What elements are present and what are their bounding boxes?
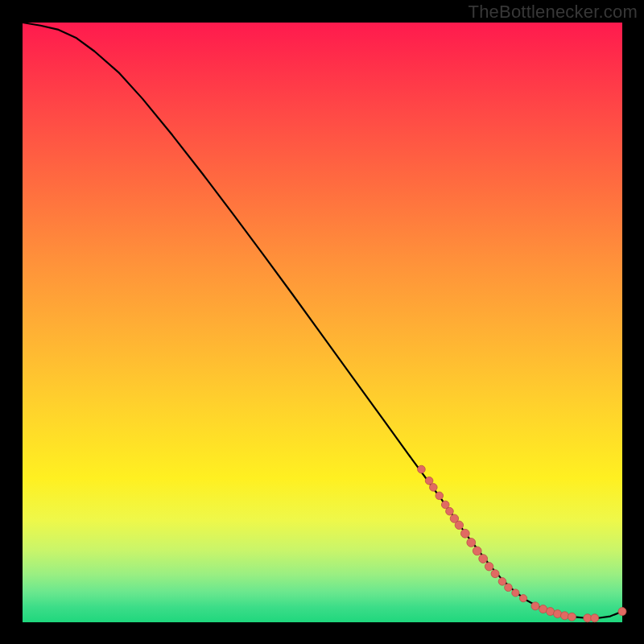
scatter-point [473,547,481,555]
scatter-markers [418,465,626,622]
scatter-point [485,563,493,571]
scatter-point [531,602,539,610]
chart-container: TheBottlenecker.com [0,0,644,644]
scatter-point [539,605,547,613]
scatter-point [554,610,562,618]
scatter-point [505,584,513,592]
scatter-point [560,612,568,620]
scatter-point [467,539,476,547]
scatter-point [491,570,499,578]
scatter-point [446,507,454,515]
scatter-point [547,608,555,616]
scatter-point [430,484,438,492]
curve-line [23,23,622,618]
scatter-point [455,521,463,529]
chart-svg [23,23,622,622]
scatter-point [479,555,488,564]
scatter-point [584,614,592,622]
watermark-text: TheBottlenecker.com [469,2,638,23]
scatter-point [519,595,526,602]
scatter-point [460,529,469,538]
scatter-point [512,589,519,597]
scatter-point [591,614,599,622]
scatter-point [436,492,444,500]
scatter-point [498,578,506,586]
scatter-point [418,465,426,473]
plot-area [23,23,622,622]
scatter-point [618,608,626,616]
scatter-point [568,613,576,621]
